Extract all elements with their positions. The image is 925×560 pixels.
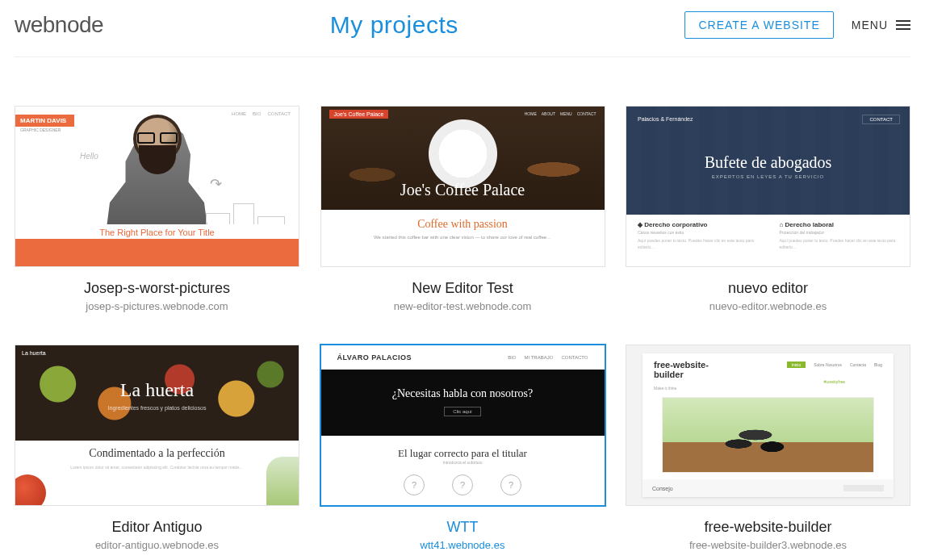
thumb-body: We started this coffee bar with one clea… — [321, 231, 605, 244]
leek-icon — [266, 457, 299, 505]
question-icon: ? — [500, 474, 521, 495]
project-url: wtt41.webnode.es — [421, 539, 505, 551]
thumb-brand: Palacios & Fernández — [638, 116, 693, 122]
thumb-name: ÁLVARO PALACIOS — [337, 353, 412, 361]
thumb-nav: HOMEBIOCONTACT — [232, 111, 291, 116]
project-thumbnail[interactable]: ÁLVARO PALACIOS BIOMI TRABAJOCONTACTO ¿N… — [320, 345, 605, 506]
project-url: nuevo-editor.webnode.es — [709, 300, 827, 312]
project-card[interactable]: MARTIN DAVIS GRAPHIC DESIGNER HOMEBIOCON… — [15, 106, 299, 312]
projects-grid: MARTIN DAVIS GRAPHIC DESIGNER HOMEBIOCON… — [15, 57, 910, 560]
project-url: editor-antiguo.webnode.es — [95, 539, 219, 551]
thumb-hero-title: Joe's Coffee Palace — [321, 181, 605, 199]
thumb-title: free-website-builder — [654, 360, 718, 379]
thumb-nav: ÁLVARO PALACIOS BIOMI TRABAJOCONTACTO — [321, 345, 605, 370]
arrow-icon: ↷ — [210, 175, 222, 193]
project-title: Josep-s-worst-pictures — [84, 280, 230, 297]
project-thumbnail[interactable]: free-website-builder Inicio Sobre Nosotr… — [626, 345, 910, 506]
thumb-lower-title: Condimentado a la perfección — [40, 447, 274, 460]
logo[interactable]: webnode — [15, 12, 103, 38]
thumb-tagline: Coffee with passion — [321, 210, 605, 231]
project-thumbnail[interactable]: Joe's Coffee Palace HOMEABOUTMENUCONTACT… — [320, 106, 605, 267]
zen-stones-image — [662, 397, 874, 473]
thumb-hero-sub: EXPERTOS EN LEYES A TU SERVICIO — [626, 174, 910, 179]
thumb-lower-title: El lugar correcto para el titular — [321, 436, 605, 460]
project-thumbnail[interactable]: MARTIN DAVIS GRAPHIC DESIGNER HOMEBIOCON… — [15, 106, 299, 267]
thumb-banner: Joe's Coffee Palace — [329, 110, 389, 119]
thumb-button: CONTACT — [862, 115, 900, 124]
menu-label: MENU — [852, 19, 888, 31]
thumb-hero-sub: Ingredientes frescos y platos deliciosos — [15, 405, 299, 411]
thumb-brand: La huerta — [22, 350, 46, 356]
hamburger-icon — [896, 20, 910, 30]
thumb-nav: Inicio Sobre Nosotros Contacta Blog — [787, 361, 882, 368]
menu-button[interactable]: MENU — [852, 19, 910, 31]
thumb-lower: Coffee with passion We started this coff… — [321, 210, 605, 266]
project-title: WTT — [447, 519, 479, 536]
briefcase-icon: ⌂ — [780, 221, 785, 228]
project-card[interactable]: Palacios & Fernández CONTACT Bufete de a… — [626, 106, 910, 312]
thumb-hero-title: ¿Necesitas habla con nosotros? — [321, 370, 605, 400]
thumb-subtitle: GRAPHIC DESIGNER — [20, 127, 61, 132]
project-title: New Editor Test — [412, 280, 513, 297]
project-card[interactable]: free-website-builder Inicio Sobre Nosotr… — [626, 345, 910, 551]
thumb-lower-sub: Introduzca el subtítulo — [321, 460, 605, 465]
project-title: Editor Antiguo — [111, 519, 202, 536]
project-title: nuevo editor — [728, 280, 808, 297]
thumb-placeholder-circles: ? ? ? — [321, 474, 605, 495]
thumb-hero-title: Bufete de abogados — [626, 153, 910, 172]
footer-bar — [843, 485, 884, 491]
project-thumbnail[interactable]: La huerta La huerta Ingredientes frescos… — [15, 345, 299, 506]
thumb-tag: #tonebyfree — [824, 379, 845, 384]
thumb-lower: ◈ Derecho corporativo Casos resueltos co… — [626, 215, 910, 266]
tomato-icon — [15, 474, 46, 506]
thumb-hero-title: La huerta — [15, 379, 299, 401]
thumb-lower: Condimentado a la perfección Lorem ipsum… — [15, 441, 299, 505]
question-icon: ? — [404, 474, 425, 495]
thumb-footer: Consejo — [642, 479, 894, 497]
thumb-cta: Clic aquí — [444, 407, 480, 416]
thumb-sub: Make it thine — [654, 386, 676, 391]
page-title: My projects — [330, 11, 458, 39]
thumb-band — [15, 239, 299, 266]
project-card[interactable]: ÁLVARO PALACIOS BIOMI TRABAJOCONTACTO ¿N… — [320, 345, 605, 551]
header: webnode My projects CREATE A WEBSITE MEN… — [15, 0, 910, 57]
glasses-icon — [137, 132, 178, 140]
project-thumbnail[interactable]: Palacios & Fernández CONTACT Bufete de a… — [626, 106, 910, 267]
thumb-hero: ¿Necesitas habla con nosotros? Clic aquí — [321, 370, 605, 436]
project-card[interactable]: La huerta La huerta Ingredientes frescos… — [15, 345, 299, 551]
project-title: free-website-builder — [704, 519, 831, 536]
question-icon: ? — [452, 474, 473, 495]
thumb-inner: free-website-builder Inicio Sobre Nosotr… — [642, 353, 894, 497]
thumb-lower: El lugar correcto para el titular Introd… — [321, 436, 605, 505]
project-card[interactable]: Joe's Coffee Palace HOMEABOUTMENUCONTACT… — [320, 106, 605, 312]
thumb-nav: HOMEABOUTMENUCONTACT — [525, 111, 596, 116]
create-website-button[interactable]: CREATE A WEBSITE — [684, 11, 833, 39]
project-url: josep-s-pictures.webnode.com — [86, 300, 228, 312]
project-url: new-editor-test.webnode.com — [394, 300, 532, 312]
thumb-strapline: The Right Place for Your Title — [15, 224, 299, 239]
thumb-body: Lorem ipsum dolor sit amet, consectetur … — [40, 465, 274, 471]
thumb-badge: MARTIN DAVIS — [15, 115, 74, 127]
project-url: free-website-builder3.webnode.es — [689, 539, 847, 551]
thumb-hello: Hello — [80, 152, 98, 161]
diamond-icon: ◈ — [638, 221, 644, 228]
